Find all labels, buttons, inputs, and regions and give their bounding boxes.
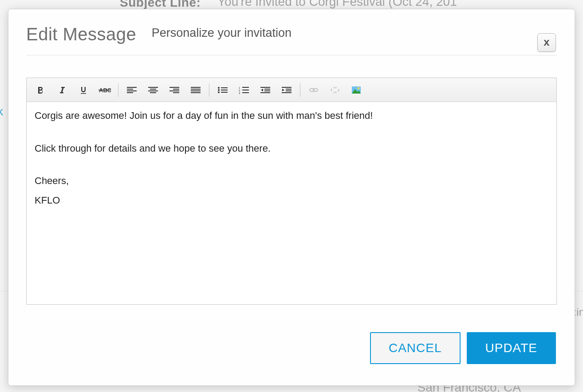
svg-rect-15 <box>191 89 201 90</box>
toolbar-separator <box>118 83 118 97</box>
indent-icon <box>281 86 292 94</box>
toolbar-separator <box>209 83 209 97</box>
align-right-icon <box>169 86 180 94</box>
rich-text-editor: ABC 123 <box>26 78 557 305</box>
svg-rect-4 <box>127 90 137 91</box>
svg-rect-2 <box>127 87 137 88</box>
unordered-list-icon <box>217 86 228 94</box>
bold-icon <box>36 86 45 94</box>
modal-title: Edit Message <box>26 24 136 44</box>
body-paragraph: Click through for details and we hope to… <box>35 142 548 155</box>
italic-icon <box>58 86 67 94</box>
unlink-icon <box>330 86 340 94</box>
body-paragraph: KFLO <box>35 194 548 207</box>
svg-rect-37 <box>282 92 292 93</box>
body-paragraph: Cheers, <box>35 174 548 188</box>
unordered-list-button[interactable] <box>214 82 232 98</box>
svg-rect-28 <box>242 90 249 90</box>
link-icon <box>308 86 319 94</box>
ordered-list-icon: 123 <box>239 86 249 94</box>
close-button[interactable]: x <box>537 33 556 52</box>
svg-rect-13 <box>173 92 179 93</box>
svg-rect-10 <box>169 87 179 88</box>
align-left-icon <box>126 86 137 94</box>
update-button[interactable]: UPDATE <box>467 332 556 364</box>
svg-rect-22 <box>221 90 228 90</box>
outdent-button[interactable] <box>256 82 274 98</box>
svg-rect-35 <box>286 89 292 90</box>
svg-rect-32 <box>264 90 270 91</box>
svg-line-41 <box>335 87 336 88</box>
close-icon: x <box>544 36 549 48</box>
svg-rect-12 <box>169 90 179 91</box>
svg-rect-8 <box>148 90 158 91</box>
strikethrough-icon: ABC <box>98 86 111 94</box>
svg-rect-30 <box>260 87 270 88</box>
indent-button[interactable] <box>278 82 295 98</box>
toolbar-separator <box>300 83 300 97</box>
svg-point-18 <box>218 87 220 89</box>
modal-header: Edit Message Personalize your invitation… <box>8 9 575 55</box>
align-right-button[interactable] <box>165 82 183 98</box>
svg-rect-3 <box>127 89 133 90</box>
align-left-button[interactable] <box>123 82 141 98</box>
image-icon <box>351 86 361 94</box>
bold-button[interactable] <box>32 82 50 98</box>
svg-rect-27 <box>242 87 249 88</box>
svg-rect-21 <box>221 87 228 88</box>
bg-link-fragment: k <box>0 105 3 118</box>
svg-rect-33 <box>260 92 270 93</box>
svg-rect-31 <box>264 89 270 90</box>
subject-line-label: Subject Line: <box>120 0 201 10</box>
insert-link-button[interactable] <box>305 82 323 98</box>
remove-link-button[interactable] <box>326 82 344 98</box>
header-divider <box>26 55 557 55</box>
italic-button[interactable] <box>53 82 71 98</box>
svg-rect-29 <box>242 92 249 93</box>
modal-footer: CANCEL UPDATE <box>8 305 575 373</box>
svg-point-45 <box>358 87 360 89</box>
svg-point-19 <box>218 89 220 91</box>
body-paragraph: Corgis are awesome! Join us for a day of… <box>35 109 548 122</box>
strikethrough-button[interactable]: ABC <box>96 82 114 98</box>
message-body-input[interactable]: Corgis are awesome! Join us for a day of… <box>27 102 556 304</box>
svg-rect-6 <box>148 87 158 88</box>
svg-line-42 <box>334 92 335 93</box>
underline-button[interactable] <box>75 82 92 98</box>
svg-rect-23 <box>221 92 228 93</box>
outdent-icon <box>260 86 271 94</box>
svg-rect-16 <box>191 90 201 91</box>
svg-rect-9 <box>150 92 156 93</box>
svg-rect-7 <box>150 89 156 90</box>
align-center-button[interactable] <box>144 82 162 98</box>
justify-button[interactable] <box>187 82 205 98</box>
svg-point-20 <box>218 91 220 93</box>
modal-subtitle: Personalize your invitation <box>152 26 292 40</box>
svg-rect-17 <box>191 92 201 93</box>
svg-text:3: 3 <box>239 92 240 94</box>
underline-icon <box>79 86 88 94</box>
svg-line-40 <box>334 87 335 88</box>
svg-rect-34 <box>282 87 292 88</box>
svg-rect-14 <box>191 87 201 88</box>
insert-image-button[interactable] <box>347 82 365 98</box>
edit-message-modal: Edit Message Personalize your invitation… <box>8 9 575 386</box>
align-center-icon <box>148 86 158 94</box>
svg-rect-36 <box>286 90 292 91</box>
editor-toolbar: ABC 123 <box>27 78 556 102</box>
svg-rect-5 <box>127 92 133 93</box>
justify-icon <box>190 86 201 94</box>
svg-line-43 <box>335 92 336 93</box>
subject-line-value: You're Invited to Corgi Festival (Oct 24… <box>217 0 457 9</box>
ordered-list-button[interactable]: 123 <box>235 82 253 98</box>
cancel-button[interactable]: CANCEL <box>370 332 461 364</box>
svg-rect-11 <box>173 89 179 90</box>
